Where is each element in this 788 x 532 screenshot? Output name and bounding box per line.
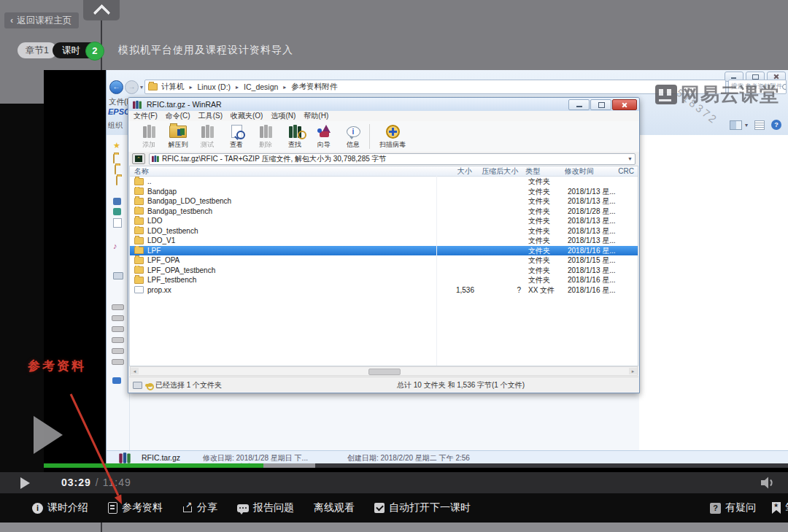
totals-status: 总计 10 文件夹 和 1,536 字节(1 个文件) bbox=[397, 380, 525, 390]
have-question-button[interactable]: 有疑问 bbox=[710, 501, 756, 514]
take-notes-button[interactable]: 笔 bbox=[772, 501, 788, 514]
explorer-view-tools: ▾ bbox=[730, 120, 781, 130]
chevron-up-icon bbox=[93, 4, 110, 21]
folder-icon bbox=[113, 154, 115, 163]
file-list-header: 名称 大小 压缩后大小 类型 修改时间 CRC bbox=[130, 166, 638, 177]
winrar-address-row: RFIC.tar.gz\RFIC - TAR+GZIP 压缩文件, 解包大小为 … bbox=[128, 152, 639, 166]
up-arrow-icon bbox=[135, 155, 142, 162]
progress-buffered bbox=[263, 463, 315, 468]
drive-icon bbox=[112, 315, 124, 321]
created-date: 创建日期: 2018/2/20 星期二 下午 2:56 bbox=[347, 453, 470, 463]
minimize-icon bbox=[568, 99, 590, 110]
winrar-app-icon bbox=[133, 100, 142, 108]
chevron-down-icon bbox=[627, 156, 633, 161]
virus-scan-button: 扫描病毒 bbox=[373, 123, 412, 150]
lesson-intro-button[interactable]: 课时介绍 bbox=[32, 501, 88, 514]
up-one-level-button bbox=[132, 153, 145, 164]
wizard-icon bbox=[317, 125, 331, 138]
question-mark-icon bbox=[710, 503, 721, 514]
help-icon bbox=[771, 120, 781, 130]
back-to-course-home-button[interactable]: 返回课程主页 bbox=[4, 12, 79, 28]
play-overlay-icon[interactable] bbox=[34, 416, 63, 454]
reference-materials-button[interactable]: 参考资料 bbox=[108, 501, 163, 514]
folder-icon bbox=[134, 257, 144, 264]
table-row: Bandgap 文件夹 2018/1/13 星... bbox=[130, 187, 638, 197]
folder-icon bbox=[134, 217, 144, 225]
selected-file-name: RFIC.tar.gz bbox=[142, 453, 180, 462]
column-header-name: 名称 bbox=[130, 166, 434, 176]
extract-icon bbox=[169, 126, 187, 138]
file-rows: .. 文件夹 Bandgap 文件夹 2018/1/13 星... bbox=[130, 177, 638, 295]
comment-icon bbox=[237, 504, 249, 512]
view-icon bbox=[231, 125, 242, 138]
time-display: 03:29 / 11:49 bbox=[61, 477, 131, 488]
volume-button[interactable] bbox=[760, 477, 776, 492]
panel-divider-line bbox=[101, 523, 102, 532]
wizard-button: 向导 bbox=[309, 123, 339, 150]
table-row: LPF 文件夹 2018/1/16 星... bbox=[130, 246, 638, 256]
disk-icon bbox=[133, 382, 142, 389]
collapse-panel-tab[interactable] bbox=[83, 0, 120, 20]
menu-item: 工具(S) bbox=[198, 111, 223, 121]
folder-icon bbox=[134, 286, 144, 293]
info-icon bbox=[32, 503, 43, 514]
menu-item: 帮助(H) bbox=[304, 111, 328, 121]
auto-next-lesson-toggle[interactable]: 自动打开下一课时 bbox=[374, 501, 471, 514]
find-button: 查找 bbox=[280, 123, 309, 150]
breadcrumb-separator-icon bbox=[236, 84, 239, 90]
test-button: 测试 bbox=[193, 123, 222, 150]
player-control-bar: 03:29 / 11:49 bbox=[0, 472, 788, 493]
checkbox-checked-icon bbox=[374, 503, 385, 513]
breadcrumb-item: Linux (D:) bbox=[198, 82, 231, 91]
table-row: LDO_V1 文件夹 2018/1/13 星... bbox=[130, 236, 638, 246]
folder-icon bbox=[134, 247, 144, 254]
library-icon bbox=[113, 198, 121, 205]
share-icon bbox=[182, 503, 193, 513]
folder-icon bbox=[134, 237, 144, 244]
annotation-label: 参考资料 bbox=[28, 358, 86, 374]
horizontal-scrollbar: ◂ ▸ bbox=[130, 366, 638, 376]
column-header-packed: 压缩后大小 bbox=[475, 166, 520, 176]
chapter-badge: 章节1 bbox=[18, 42, 57, 58]
column-header-type: 类型 bbox=[519, 166, 565, 176]
close-icon bbox=[612, 99, 637, 110]
offline-viewing-button[interactable]: 离线观看 bbox=[314, 501, 355, 514]
drive-icon bbox=[112, 348, 124, 354]
table-row: Bandgap_LDO_testbench 文件夹 2018/1/13 星... bbox=[130, 196, 638, 207]
archive-path-text: RFIC.tar.gz\RFIC - TAR+GZIP 压缩文件, 解包大小为 … bbox=[162, 154, 387, 164]
video-progress-bar[interactable] bbox=[44, 463, 788, 468]
folder-icon bbox=[134, 227, 144, 234]
extract-to-button: 解压到 bbox=[163, 123, 193, 150]
lesson-header: 章节1 课时 2 模拟机平台使用及课程设计资料导入 bbox=[18, 42, 293, 58]
folder-icon bbox=[134, 198, 144, 205]
lesson-number-badge: 2 bbox=[85, 42, 104, 61]
share-button[interactable]: 分享 bbox=[182, 501, 217, 514]
total-duration: 11:49 bbox=[103, 477, 131, 488]
winrar-menubar: 文件(F) 命令(C) 工具(S) 收藏夹(O) 选项(N) 帮助(H) bbox=[128, 111, 639, 121]
drive-icon bbox=[112, 304, 124, 310]
back-arrow-icon bbox=[109, 80, 123, 94]
folder-icon bbox=[134, 178, 144, 185]
report-problem-button[interactable]: 报告问题 bbox=[237, 501, 294, 514]
info-button: 信息 bbox=[339, 123, 368, 150]
table-row: LDO 文件夹 2018/1/13 星... bbox=[130, 216, 638, 226]
menu-item: 命令(C) bbox=[166, 111, 190, 121]
organize-button: 组织 bbox=[108, 120, 129, 131]
play-button[interactable] bbox=[20, 477, 30, 489]
folder-icon bbox=[134, 266, 144, 274]
find-icon bbox=[289, 125, 301, 138]
chevron-down-icon: ▾ bbox=[745, 122, 748, 128]
explorer-navigation-pane bbox=[107, 135, 130, 450]
breadcrumb: 计算机 Linux (D:) IC_design 参考资料附件 bbox=[144, 80, 726, 94]
virus-scan-icon bbox=[386, 125, 400, 139]
epson-toolbar-label: EPSON bbox=[108, 107, 130, 116]
menu-item: 选项(N) bbox=[271, 111, 296, 121]
folder-icon bbox=[148, 83, 158, 90]
page-footer-strip bbox=[0, 523, 788, 532]
archive-icon bbox=[152, 155, 159, 162]
delete-button: 删除 bbox=[251, 123, 280, 150]
window-title: RFIC.tar.gz - WinRAR bbox=[147, 100, 222, 109]
search-icon bbox=[782, 84, 787, 90]
add-icon bbox=[143, 125, 155, 138]
explorer-file-area bbox=[639, 135, 788, 450]
